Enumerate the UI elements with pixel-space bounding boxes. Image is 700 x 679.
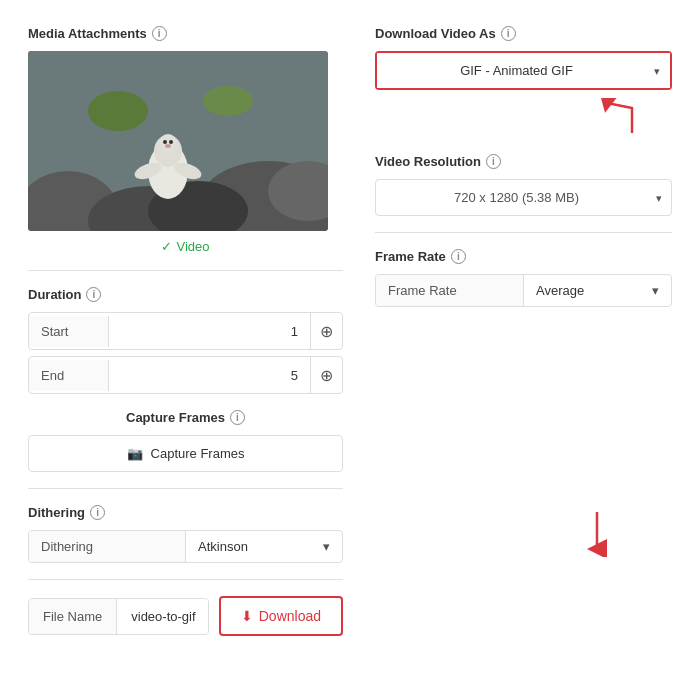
svg-point-11 <box>163 140 167 144</box>
download-video-as-title: Download Video As <box>375 26 496 41</box>
start-value: 1 <box>109 316 310 347</box>
download-video-as-box: GIF - Animated GIF MP4 - Video WebP - An… <box>375 51 672 90</box>
end-increment-button[interactable]: ⊕ <box>310 357 342 393</box>
duration-info-icon[interactable]: i <box>86 287 101 302</box>
svg-point-6 <box>88 91 148 131</box>
capture-frames-button[interactable]: 📷 Capture Frames <box>28 435 343 472</box>
frame-rate-select-wrapper[interactable]: Average ▾ <box>524 275 671 306</box>
media-attachments-title: Media Attachments <box>28 26 147 41</box>
video-resolution-select[interactable]: 720 x 1280 (5.38 MB) 480 x 854 (2.4 MB) … <box>375 179 672 216</box>
start-increment-button[interactable]: ⊕ <box>310 313 342 349</box>
right-panel: Download Video As i GIF - Animated GIF M… <box>375 26 672 636</box>
media-attachments-header: Media Attachments i <box>28 26 343 41</box>
download-arrow-annotation <box>375 507 672 557</box>
file-name-row: File Name <box>28 598 209 635</box>
download-red-arrow-svg <box>577 507 617 557</box>
end-label: End <box>29 360 109 391</box>
frame-rate-header: Frame Rate i <box>375 249 672 264</box>
red-arrow-svg <box>592 98 642 138</box>
media-attachments-info-icon[interactable]: i <box>152 26 167 41</box>
red-arrow-annotation <box>375 98 672 138</box>
dithering-row: Dithering Atkinson ▾ <box>28 530 343 563</box>
duration-section: Duration i Start 1 ⊕ End 5 ⊕ <box>28 287 343 394</box>
video-label: ✓ Video <box>28 239 343 254</box>
video-resolution-info-icon[interactable]: i <box>486 154 501 169</box>
duration-title: Duration <box>28 287 81 302</box>
download-button[interactable]: ⬇ Download <box>219 596 343 636</box>
capture-frames-info-icon[interactable]: i <box>230 410 245 425</box>
thumbnail-svg <box>28 51 328 231</box>
svg-point-7 <box>203 86 253 116</box>
download-button-label: Download <box>259 608 321 624</box>
download-video-as-select[interactable]: GIF - Animated GIF MP4 - Video WebP - An… <box>377 53 670 88</box>
duration-end-row: End 5 ⊕ <box>28 356 343 394</box>
resolution-select-wrapper: 720 x 1280 (5.38 MB) 480 x 854 (2.4 MB) … <box>375 179 672 216</box>
capture-frames-section: Capture Frames i 📷 Capture Frames <box>28 410 343 472</box>
duration-start-row: Start 1 ⊕ <box>28 312 343 350</box>
dithering-value: Atkinson <box>198 539 248 554</box>
file-name-input[interactable] <box>117 599 208 634</box>
dithering-section: Dithering i Dithering Atkinson ▾ <box>28 505 343 563</box>
dithering-info-icon[interactable]: i <box>90 505 105 520</box>
download-video-as-header: Download Video As i <box>375 26 672 41</box>
download-icon: ⬇ <box>241 608 253 624</box>
video-thumbnail <box>28 51 328 231</box>
svg-point-10 <box>159 134 177 152</box>
svg-point-12 <box>169 140 173 144</box>
svg-point-13 <box>165 144 171 148</box>
dithering-label: Dithering <box>29 531 186 562</box>
dithering-chevron-icon: ▾ <box>323 539 330 554</box>
spacer <box>375 307 672 507</box>
video-resolution-header: Video Resolution i <box>375 154 672 169</box>
frame-rate-section: Frame Rate i Frame Rate Average ▾ <box>375 249 672 307</box>
frame-rate-value: Average <box>536 283 584 298</box>
download-video-as-section: Download Video As i GIF - Animated GIF M… <box>375 26 672 138</box>
file-name-label: File Name <box>29 599 117 634</box>
file-download-row: File Name ⬇ Download <box>28 596 343 636</box>
end-value: 5 <box>109 360 310 391</box>
thumbnail-image <box>28 51 328 231</box>
frame-rate-row: Frame Rate Average ▾ <box>375 274 672 307</box>
duration-header: Duration i <box>28 287 343 302</box>
frame-rate-label: Frame Rate <box>376 275 524 306</box>
download-video-as-info-icon[interactable]: i <box>501 26 516 41</box>
capture-frames-title: Capture Frames <box>126 410 225 425</box>
checkmark-icon: ✓ <box>161 239 172 254</box>
capture-frames-header: Capture Frames i <box>28 410 343 425</box>
start-label: Start <box>29 316 109 347</box>
frame-rate-chevron-icon: ▾ <box>652 283 659 298</box>
dithering-title: Dithering <box>28 505 85 520</box>
video-resolution-title: Video Resolution <box>375 154 481 169</box>
camera-icon: 📷 <box>127 446 143 461</box>
dithering-header: Dithering i <box>28 505 343 520</box>
dithering-select-wrapper[interactable]: Atkinson ▾ <box>186 531 342 562</box>
capture-frames-button-label: Capture Frames <box>151 446 245 461</box>
frame-rate-title: Frame Rate <box>375 249 446 264</box>
frame-rate-info-icon[interactable]: i <box>451 249 466 264</box>
video-resolution-section: Video Resolution i 720 x 1280 (5.38 MB) … <box>375 154 672 216</box>
